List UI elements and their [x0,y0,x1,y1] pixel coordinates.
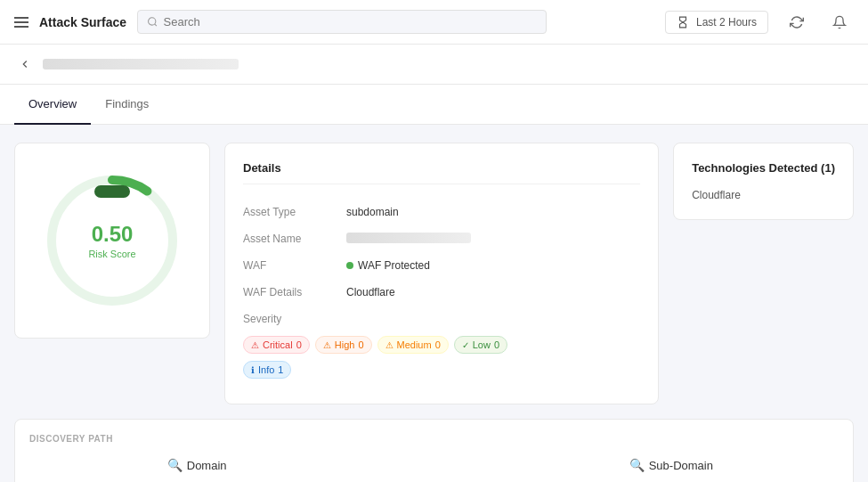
asset-name-value [346,233,471,243]
waf-dot [346,262,353,269]
breadcrumb-bar [0,45,868,85]
domain-search-icon: 🔍 [167,458,183,472]
refresh-icon [790,15,804,29]
high-count: 0 [358,339,363,350]
triangle-icon-medium: ⚠ [385,340,393,350]
badge-info[interactable]: ℹ Info 1 [243,361,291,379]
details-card: Details Asset Type subdomain Asset Name … [224,143,659,404]
risk-score-label: Risk Score [88,249,135,259]
subdomain-text: Sub-Domain [649,459,713,472]
discovery-node-subdomain: 🔍 Sub-Domain ↓ [618,458,725,482]
subdomain-search-icon: 🔍 [629,458,645,472]
tabs-bar: Overview Findings [0,85,868,125]
app-title: Attack Surface [39,15,126,29]
check-icon-low: ✓ [462,340,469,350]
waf-value: WAF Protected [346,259,430,272]
discovery-path: 🔍 Domain ↓ → 🔍 Sub-Domain ↓ [29,458,839,482]
hourglass-icon [677,16,689,29]
badge-high[interactable]: ⚠ High 0 [315,336,372,354]
svg-line-1 [155,24,157,26]
tab-findings[interactable]: Findings [91,85,163,125]
severity-label: Severity [243,313,332,325]
discovery-section: DISCOVERY PATH 🔍 Domain ↓ → 🔍 Sub-Domain… [14,419,854,482]
discovery-node-domain: 🔍 Domain ↓ [143,458,250,482]
detail-row-severity: Severity ⚠ Critical 0 ⚠ High 0 ⚠ Medium [243,306,640,386]
risk-score-center: 0.50 Risk Score [88,222,135,259]
technology-cloudflare: Cloudflare [692,189,835,201]
discovery-title: DISCOVERY PATH [29,434,839,444]
notifications-button[interactable] [825,8,854,37]
domain-label: 🔍 Domain [167,458,227,472]
search-box[interactable] [137,10,547,34]
risk-circle: 0.50 Risk Score [41,169,183,312]
main-content: 0.50 Risk Score Details Asset Type subdo… [0,125,868,482]
refresh-button[interactable] [783,8,811,37]
waf-text: WAF Protected [358,259,430,272]
triangle-icon-high: ⚠ [323,340,331,350]
triangle-icon-critical: ⚠ [251,340,259,350]
detail-row-asset-name: Asset Name [243,225,640,252]
back-button[interactable] [14,53,36,75]
bell-icon [832,15,847,29]
technologies-title: Technologies Detected (1) [692,161,835,175]
header-right: Last 2 Hours [665,8,854,37]
critical-count: 0 [296,339,302,350]
risk-pill [94,185,130,198]
badge-medium[interactable]: ⚠ Medium 0 [377,336,449,354]
subdomain-label: 🔍 Sub-Domain [629,458,713,472]
menu-icon[interactable] [14,17,28,28]
info-icon: ℹ [251,365,255,375]
low-count: 0 [494,339,499,350]
discovery-right-arrow: → [425,473,442,483]
medium-count: 0 [435,339,441,350]
info-label: Info [258,364,274,375]
asset-type-value: subdomain [346,206,640,218]
details-title: Details [243,161,640,184]
detail-row-waf-details: WAF Details Cloudflare [243,279,640,306]
breadcrumb [43,59,239,69]
high-label: High [335,339,355,350]
technologies-card: Technologies Detected (1) Cloudflare [673,143,854,220]
detail-row-asset-type: Asset Type subdomain [243,199,640,225]
severity-badges: ⚠ Critical 0 ⚠ High 0 ⚠ Medium 0 [243,336,507,354]
low-label: Low [473,339,491,350]
asset-type-label: Asset Type [243,206,332,218]
top-section: 0.50 Risk Score Details Asset Type subdo… [14,143,854,404]
badge-low[interactable]: ✓ Low 0 [454,336,507,354]
svg-point-0 [149,18,156,25]
info-badge-row: ℹ Info 1 [243,361,291,379]
risk-score-value: 0.50 [88,222,135,247]
search-input[interactable] [164,15,538,29]
search-icon [147,16,158,28]
header: Attack Surface Last 2 Hours [0,0,868,45]
time-label: Last 2 Hours [696,16,757,29]
time-selector[interactable]: Last 2 Hours [665,11,768,34]
badge-critical[interactable]: ⚠ Critical 0 [243,336,310,354]
asset-name-label: Asset Name [243,233,332,245]
risk-score-card: 0.50 Risk Score [14,143,210,339]
info-count: 1 [278,364,283,375]
tab-overview[interactable]: Overview [14,85,91,125]
waf-label: WAF [243,259,332,272]
critical-label: Critical [263,339,293,350]
waf-details-value: Cloudflare [346,286,640,298]
waf-details-label: WAF Details [243,286,332,298]
detail-row-waf: WAF WAF Protected [243,252,640,279]
domain-text: Domain [187,459,227,472]
medium-label: Medium [397,339,432,350]
